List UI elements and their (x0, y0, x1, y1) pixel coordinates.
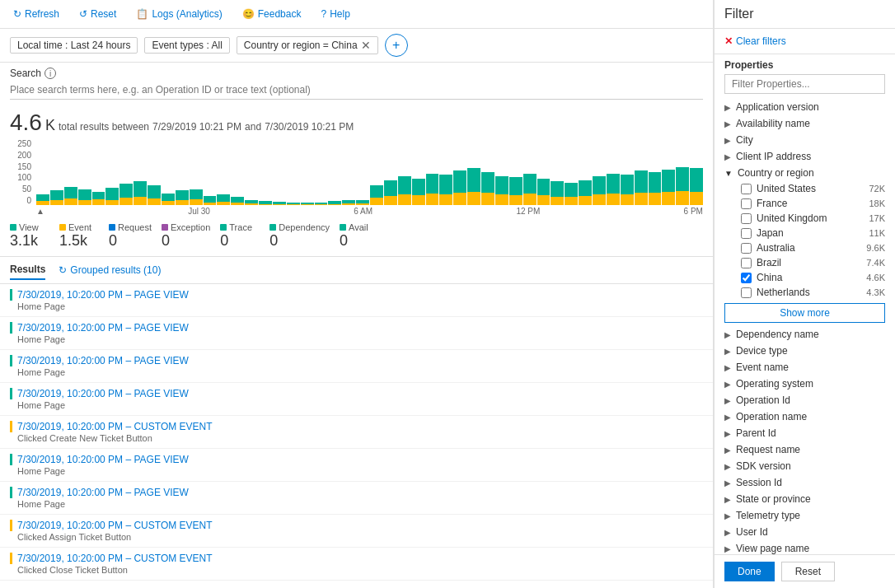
reset-button[interactable]: ↺ Reset (76, 7, 119, 21)
bar-event (287, 204, 300, 205)
filter-item[interactable]: ▶Dependency name (715, 326, 895, 343)
bar-view (523, 174, 537, 194)
filter-reset-button[interactable]: Reset (781, 562, 835, 581)
stats-description: total results between (59, 121, 149, 133)
country-checkbox[interactable] (741, 198, 752, 209)
list-item[interactable]: 7/30/2019, 10:20:00 PM – PAGE VIEW Home … (0, 449, 713, 482)
list-item[interactable]: 7/30/2019, 10:20:00 PM – CUSTOM EVENT Cl… (0, 548, 713, 581)
country-checkbox[interactable] (741, 258, 752, 268)
country-checkbox[interactable] (741, 287, 752, 298)
country-count: 11K (869, 228, 885, 238)
metric-box: View 3.1k (10, 219, 59, 253)
bar-event (50, 200, 63, 205)
chart-bar (481, 139, 494, 205)
search-info-icon: i (45, 68, 56, 79)
metric-color-dot (340, 224, 346, 231)
stats-start-date: 7/29/2019 10:21 PM (152, 121, 241, 133)
chart-bar (204, 139, 217, 205)
filter-item[interactable]: ▶State or province (715, 491, 895, 507)
tab-grouped-results[interactable]: ↻ Grouped results (10) (59, 264, 161, 276)
chart-bar (64, 139, 77, 205)
bar-event (412, 195, 425, 205)
bar-event (328, 204, 341, 205)
filter-item[interactable]: ▶Parent Id (715, 425, 895, 441)
filter-item[interactable]: ▶Application version (715, 99, 895, 115)
filter-item[interactable]: ▶Availability name (715, 115, 895, 132)
country-chip[interactable]: Country or region = China ✕ (237, 36, 378, 54)
bar-event (649, 193, 662, 205)
list-item[interactable]: 7/30/2019, 10:20:00 PM – CUSTOM EVENT Cl… (0, 416, 713, 449)
localtime-chip[interactable]: Local time : Last 24 hours (10, 37, 138, 54)
country-option: Australia 9.6K (731, 240, 895, 255)
bar-event (537, 195, 551, 205)
list-item[interactable]: 7/30/2019, 10:20:00 PM – PAGE VIEW Home … (0, 350, 713, 383)
bar-view (565, 183, 578, 197)
show-more-button[interactable]: Show more (724, 303, 885, 323)
clear-filters-button[interactable]: ✕ Clear filters (715, 29, 895, 54)
filter-item[interactable]: ▶View page name (715, 540, 895, 554)
eventtype-chip[interactable]: Event types : All (144, 37, 229, 54)
bar-event (190, 199, 203, 205)
bar-view (579, 180, 592, 196)
filter-item[interactable]: ▶Operation Id (715, 392, 895, 408)
list-item[interactable]: 7/30/2019, 10:20:00 PM – PAGE VIEW Home … (0, 482, 713, 515)
country-checkbox[interactable] (741, 184, 752, 194)
bar-event (301, 204, 314, 205)
help-button[interactable]: ? Help (317, 7, 353, 21)
list-item[interactable]: 7/30/2019, 10:20:00 PM – CUSTOM EVENT Cl… (0, 515, 713, 548)
filter-country-header[interactable]: ▼Country or region (715, 165, 895, 181)
search-input[interactable] (10, 81, 703, 100)
bar-event (593, 194, 606, 205)
filter-item[interactable]: ▶Operating system (715, 376, 895, 392)
chart-bar (301, 139, 314, 205)
metric-value: 0 (109, 232, 152, 250)
filter-item[interactable]: ▶Operation name (715, 408, 895, 425)
country-chip-remove[interactable]: ✕ (361, 39, 371, 52)
tab-results[interactable]: Results (10, 260, 45, 280)
chart-bars (36, 139, 703, 205)
filter-item[interactable]: ▶Request name (715, 441, 895, 458)
list-item[interactable]: 7/30/2019, 10:20:00 PM – PAGE VIEW Home … (0, 317, 713, 350)
filter-item[interactable]: ▶SDK version (715, 458, 895, 474)
result-subtitle: Home Page (10, 367, 703, 377)
filter-item[interactable]: ▶City (715, 132, 895, 148)
done-button[interactable]: Done (724, 562, 775, 581)
filter-item[interactable]: ▶Device type (715, 343, 895, 359)
country-checkbox[interactable] (741, 243, 752, 254)
stats-unit: K (45, 117, 55, 134)
properties-label: Properties (715, 54, 895, 74)
result-title: 7/30/2019, 10:20:00 PM – CUSTOM EVENT (10, 421, 703, 432)
bar-view (426, 174, 439, 194)
feedback-button[interactable]: 😊 Feedback (239, 7, 305, 21)
filter-item[interactable]: ▶Client IP address (715, 148, 895, 165)
result-title: 7/30/2019, 10:20:00 PM – PAGE VIEW (10, 322, 703, 334)
bar-view (190, 189, 203, 199)
chevron-right-icon: ▶ (724, 544, 731, 553)
logs-button[interactable]: 📋 Logs (Analytics) (133, 7, 225, 21)
metric-label: Avail (340, 222, 379, 232)
country-checkbox[interactable] (741, 228, 752, 239)
filter-properties-input[interactable] (724, 74, 885, 94)
feedback-icon: 😊 (242, 8, 255, 20)
country-checkbox[interactable] (741, 213, 752, 224)
filter-item[interactable]: ▶Telemetry type (715, 507, 895, 524)
filter-item[interactable]: ▶User Id (715, 524, 895, 540)
list-item[interactable]: 7/30/2019, 10:20:00 PM – PAGE VIEW Home … (0, 284, 713, 317)
bar-event (481, 193, 494, 205)
help-icon: ? (321, 8, 326, 20)
result-title: 7/30/2019, 10:20:00 PM – CUSTOM EVENT (10, 520, 703, 531)
refresh-button[interactable]: ↻ Refresh (10, 7, 63, 21)
country-option: Japan 11K (731, 226, 895, 240)
filter-item[interactable]: ▶Session Id (715, 474, 895, 491)
result-title: 7/30/2019, 10:20:00 PM – PAGE VIEW (10, 487, 703, 498)
filter-title: Filter (715, 0, 895, 29)
country-checkbox[interactable] (741, 273, 752, 283)
filter-footer: Done Reset (715, 554, 895, 588)
metric-value: 0 (269, 232, 330, 250)
country-count: 4.3K (866, 287, 885, 297)
list-item[interactable]: 7/30/2019, 10:20:00 PM – PAGE VIEW Home … (0, 383, 713, 416)
bar-view (119, 184, 133, 198)
filter-item[interactable]: ▶Event name (715, 359, 895, 376)
add-filter-button[interactable]: + (385, 34, 408, 57)
chart-bar (384, 139, 397, 205)
